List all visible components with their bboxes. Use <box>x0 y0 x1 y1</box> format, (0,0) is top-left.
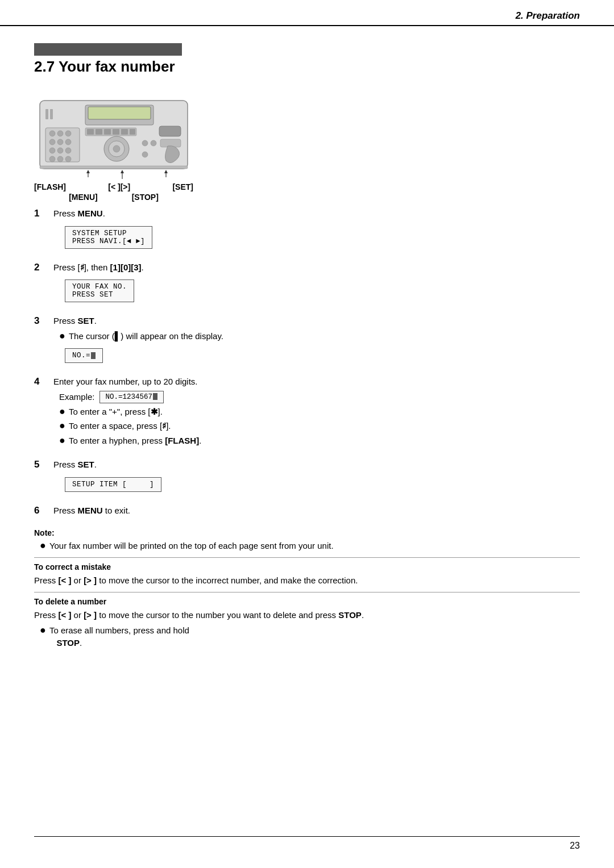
delete-bullet-text: To erase all numbers, press and hold STO… <box>49 624 189 650</box>
step-1-text: Press MENU. <box>53 207 580 220</box>
correct-mistake-title: To correct a mistake <box>34 562 580 571</box>
correct-mistake-section: To correct a mistake Press [< ] or [> ] … <box>34 557 580 587</box>
fax-machine-labels-row1: [FLASH] [< ][>] [SET] <box>34 182 193 191</box>
step-4-bullet-3: ● To enter a hyphen, press [FLASH]. <box>59 435 580 448</box>
svg-point-17 <box>65 156 71 162</box>
note-bullet-1: ● Your fax number will be printed on the… <box>40 540 580 553</box>
nav-label: [< ][>] <box>108 182 130 191</box>
step-2-text: Press [♯], then [1][0][3]. <box>53 261 580 274</box>
svg-point-15 <box>49 156 55 162</box>
menu-label: [MENU] <box>69 193 98 202</box>
svg-point-7 <box>57 131 63 136</box>
step-3-bullet-1: ● The cursor (▌) will appear on the disp… <box>59 330 580 343</box>
step-4-bullet-text-1: To enter a "+", press [✱]. <box>69 406 163 419</box>
svg-rect-21 <box>104 129 111 135</box>
svg-point-8 <box>65 131 71 136</box>
step-1: 1 Press MENU. SYSTEM SETUPPRESS NAVI.[◄ … <box>34 207 580 252</box>
svg-point-27 <box>113 145 120 152</box>
svg-point-16 <box>57 156 63 162</box>
step-3-lcd: NO.= <box>65 348 103 363</box>
svg-rect-33 <box>40 166 188 169</box>
step-3-bullets: ● The cursor (▌) will appear on the disp… <box>59 330 580 343</box>
note-section: Note: ● Your fax number will be printed … <box>34 528 580 553</box>
svg-marker-35 <box>86 170 90 173</box>
step-4-example: Example: NO.=1234567 <box>59 391 580 403</box>
step-3-text: Press SET. <box>53 315 580 328</box>
svg-point-30 <box>142 152 148 157</box>
svg-point-9 <box>49 139 55 145</box>
page-number: 23 <box>570 841 580 851</box>
chapter-header-title: 2. Preparation <box>516 10 580 22</box>
step-5-content: Press SET. SETUP ITEM [ ] <box>53 458 580 495</box>
step-3-bullet-text: The cursor (▌) will appear on the displa… <box>69 330 223 343</box>
note-title: Note: <box>34 528 580 537</box>
step-5-text: Press SET. <box>53 458 580 471</box>
step-3-number: 3 <box>34 315 48 327</box>
step-6-number: 6 <box>34 504 48 516</box>
svg-rect-22 <box>113 129 119 135</box>
step-2-lcd: YOUR FAX NO.PRESS SET <box>65 279 134 302</box>
delete-number-section: To delete a number Press [< ] or [> ] to… <box>34 592 580 650</box>
svg-rect-2 <box>88 107 151 119</box>
section-bar <box>34 43 182 56</box>
step-4: 4 Enter your fax number, up to 20 digits… <box>34 375 580 449</box>
step-5-number: 5 <box>34 458 48 470</box>
svg-rect-20 <box>96 129 102 135</box>
bullet-dot-1: ● <box>59 406 65 418</box>
step-6-content: Press MENU to exit. <box>53 504 580 520</box>
fax-machine-illustration: [FLASH] [< ][>] [SET] [MENU] [STOP] <box>34 89 580 202</box>
svg-point-29 <box>151 140 156 146</box>
svg-point-28 <box>142 140 148 146</box>
svg-rect-31 <box>159 126 181 136</box>
step-4-number: 4 <box>34 375 48 387</box>
step-4-bullet-2: ● To enter a space, press [♯]. <box>59 420 580 433</box>
step-2-number: 2 <box>34 261 48 273</box>
note-bullets: ● Your fax number will be printed on the… <box>40 540 580 553</box>
fax-machine-labels-row2: [MENU] [STOP] <box>34 193 193 202</box>
fax-machine-svg <box>34 89 193 180</box>
note-bullet-dot: ● <box>40 540 46 552</box>
svg-rect-4 <box>50 109 53 119</box>
step-6: 6 Press MENU to exit. <box>34 504 580 520</box>
svg-rect-19 <box>87 129 94 135</box>
delete-bullet-1: ● To erase all numbers, press and hold S… <box>40 624 580 650</box>
step-4-bullet-text-3: To enter a hyphen, press [FLASH]. <box>69 435 201 448</box>
bullet-dot-2: ● <box>59 420 65 432</box>
svg-point-12 <box>49 148 55 153</box>
step-4-example-lcd: NO.=1234567 <box>99 391 164 403</box>
page-header: 2. Preparation <box>0 0 614 26</box>
step-1-lcd: SYSTEM SETUPPRESS NAVI.[◄ ►] <box>65 226 152 249</box>
bullet-dot-3: ● <box>59 435 65 447</box>
main-content: 2.7 Your fax number <box>0 26 614 688</box>
step-1-number: 1 <box>34 207 48 219</box>
step-1-content: Press MENU. SYSTEM SETUPPRESS NAVI.[◄ ►] <box>53 207 580 252</box>
chapter-title: 2.7 Your fax number <box>34 58 580 76</box>
note-text: Your fax number will be printed on the t… <box>49 540 334 553</box>
step-3: 3 Press SET. ● The cursor (▌) will appea… <box>34 315 580 366</box>
delete-number-title: To delete a number <box>34 597 580 606</box>
delete-bullet-dot: ● <box>40 624 46 637</box>
step-2-content: Press [♯], then [1][0][3]. YOUR FAX NO.P… <box>53 261 580 306</box>
step-3-content: Press SET. ● The cursor (▌) will appear … <box>53 315 580 366</box>
step-5: 5 Press SET. SETUP ITEM [ ] <box>34 458 580 495</box>
set-label: [SET] <box>172 182 193 191</box>
example-label: Example: <box>59 392 95 402</box>
step-4-bullets: ● To enter a "+", press [✱]. ● To enter … <box>59 406 580 448</box>
stop-label: [STOP] <box>132 193 159 202</box>
svg-point-11 <box>65 139 71 145</box>
step-4-text: Enter your fax number, up to 20 digits. <box>53 375 580 389</box>
delete-bullets: ● To erase all numbers, press and hold S… <box>40 624 580 650</box>
delete-number-text: Press [< ] or [> ] to move the cursor to… <box>34 608 580 622</box>
svg-point-14 <box>65 148 71 153</box>
flash-label: [FLASH] <box>34 182 66 191</box>
step-4-content: Enter your fax number, up to 20 digits. … <box>53 375 580 449</box>
svg-marker-37 <box>121 170 124 173</box>
svg-point-13 <box>57 148 63 153</box>
svg-marker-39 <box>164 170 168 173</box>
svg-point-10 <box>57 139 63 145</box>
step-4-bullet-1: ● To enter a "+", press [✱]. <box>59 406 580 419</box>
svg-rect-23 <box>121 129 128 135</box>
svg-rect-24 <box>130 129 135 135</box>
step-5-lcd: SETUP ITEM [ ] <box>65 477 161 492</box>
bullet-dot: ● <box>59 330 65 343</box>
